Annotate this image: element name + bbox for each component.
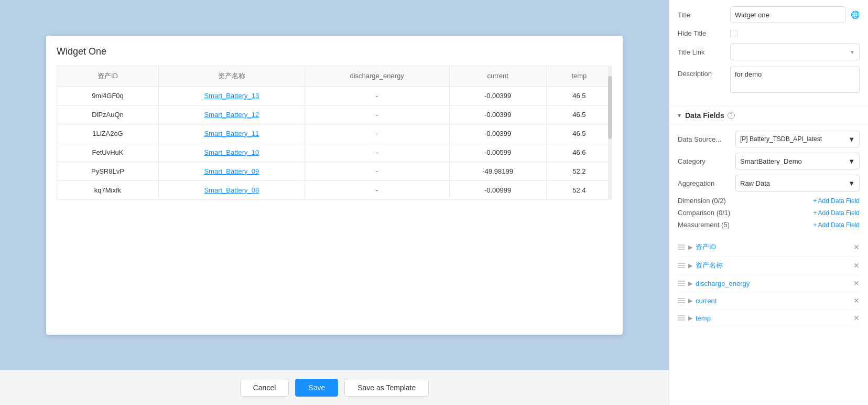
hide-title-row: Hide Title bbox=[678, 29, 860, 37]
cell-temp: 46.5 bbox=[546, 86, 612, 105]
cell-temp: 46.6 bbox=[546, 143, 612, 162]
description-textarea[interactable]: for demo bbox=[730, 67, 860, 93]
category-select[interactable]: SmartBattery_Demo ▼ bbox=[735, 153, 860, 169]
description-label: Description bbox=[678, 67, 730, 78]
measurement-items-list: ▶ 资产ID ✕ ▶ 资产名称 ✕ ▶ discharge_energy ✕ ▶… bbox=[669, 238, 868, 332]
chevron-down-icon: ▼ bbox=[848, 135, 855, 143]
cell-discharge: - bbox=[305, 180, 449, 199]
data-fields-header: ▾ Data Fields ? bbox=[669, 106, 868, 125]
measurement-row: Measurement (5) Add Data Field bbox=[678, 221, 860, 229]
data-source-select[interactable]: [P] Battery_TSDB_API_latest ▼ bbox=[735, 131, 860, 147]
cell-current: -0.00399 bbox=[449, 124, 546, 143]
aggregation-row: Aggregation Raw Data ▼ bbox=[678, 175, 860, 191]
drag-handle[interactable] bbox=[678, 244, 685, 250]
save-button[interactable]: Save bbox=[295, 379, 338, 397]
remove-field-button[interactable]: ✕ bbox=[853, 296, 860, 305]
add-comparison-link[interactable]: Add Data Field bbox=[813, 209, 860, 217]
main-area: Widget One 资产ID 资产名称 discharge_energy cu… bbox=[0, 0, 669, 405]
description-row: Description for demo bbox=[678, 67, 860, 93]
col-header-id: 资产ID bbox=[57, 66, 159, 86]
canvas-area: Widget One 资产ID 资产名称 discharge_energy cu… bbox=[0, 0, 669, 370]
scrollbar-thumb[interactable] bbox=[608, 76, 612, 139]
table-row: FetUvHuKSmart_Battery_10--0.0059946.6 bbox=[57, 143, 612, 162]
add-measurement-link[interactable]: Add Data Field bbox=[813, 221, 860, 229]
expand-arrow-icon[interactable]: ▶ bbox=[688, 315, 692, 322]
col-header-temp: temp bbox=[546, 66, 612, 86]
expand-arrow-icon[interactable]: ▶ bbox=[688, 297, 692, 304]
hide-title-checkbox[interactable] bbox=[730, 30, 737, 37]
cell-discharge: - bbox=[305, 124, 449, 143]
table-header: 资产ID 资产名称 discharge_energy current temp bbox=[57, 66, 612, 86]
cell-id: kq7Mixfk bbox=[57, 180, 159, 199]
widget-container: Widget One 资产ID 资产名称 discharge_energy cu… bbox=[46, 36, 623, 335]
dimension-row: Dimension (0/2) Add Data Field bbox=[678, 197, 860, 205]
cell-current: -0.00599 bbox=[449, 143, 546, 162]
remove-field-button[interactable]: ✕ bbox=[853, 261, 860, 270]
remove-field-button[interactable]: ✕ bbox=[853, 279, 860, 287]
table-row: DlPzAuQnSmart_Battery_12--0.0039946.5 bbox=[57, 105, 612, 124]
category-label: Category bbox=[678, 157, 735, 165]
cell-temp: 46.5 bbox=[546, 105, 612, 124]
title-link-select[interactable]: ▼ bbox=[730, 44, 860, 60]
measurement-field-name: current bbox=[696, 297, 850, 305]
title-input[interactable]: Widget one bbox=[730, 6, 845, 23]
col-header-name: 资产名称 bbox=[158, 66, 305, 86]
cell-current: -0.00999 bbox=[449, 180, 546, 199]
drag-handle[interactable] bbox=[678, 281, 685, 286]
data-fields-body: Data Source... [P] Battery_TSDB_API_late… bbox=[669, 125, 868, 238]
measurement-item: ▶ discharge_energy ✕ bbox=[678, 275, 860, 292]
table-body: 9mi4GF0qSmart_Battery_13--0.0039946.5DlP… bbox=[57, 86, 612, 199]
scrollbar-track[interactable] bbox=[608, 66, 612, 200]
cell-id: PySR8LvP bbox=[57, 162, 159, 180]
drag-handle[interactable] bbox=[678, 263, 685, 268]
save-as-template-button[interactable]: Save as Template bbox=[344, 379, 429, 397]
cell-temp: 52.2 bbox=[546, 162, 612, 180]
chevron-down-icon: ▼ bbox=[848, 157, 855, 165]
expand-arrow-icon[interactable]: ▶ bbox=[688, 280, 692, 287]
collapse-icon[interactable]: ▾ bbox=[678, 112, 681, 119]
bottom-bar: Cancel Save Save as Template bbox=[0, 370, 669, 405]
cell-current: -49.98199 bbox=[449, 162, 546, 180]
globe-icon: 🌐 bbox=[851, 10, 860, 19]
cell-name[interactable]: Smart_Battery_12 bbox=[158, 105, 305, 124]
aggregation-select[interactable]: Raw Data ▼ bbox=[735, 175, 860, 191]
measurement-field-name: 资产名称 bbox=[696, 261, 850, 270]
drag-handle[interactable] bbox=[678, 315, 685, 321]
table-row: kq7MixfkSmart_Battery_08--0.0099952.4 bbox=[57, 180, 612, 199]
remove-field-button[interactable]: ✕ bbox=[853, 243, 860, 251]
cell-name[interactable]: Smart_Battery_09 bbox=[158, 162, 305, 180]
title-link-label: Title Link bbox=[678, 48, 730, 56]
title-section: Title Widget one 🌐 Hide Title Title Link… bbox=[669, 0, 868, 106]
table-row: 9mi4GF0qSmart_Battery_13--0.0039946.5 bbox=[57, 86, 612, 105]
cell-discharge: - bbox=[305, 86, 449, 105]
widget-title: Widget One bbox=[57, 46, 612, 57]
cell-discharge: - bbox=[305, 143, 449, 162]
expand-arrow-icon[interactable]: ▶ bbox=[688, 244, 692, 251]
cancel-button[interactable]: Cancel bbox=[240, 379, 289, 397]
add-dimension-link[interactable]: Add Data Field bbox=[813, 197, 860, 205]
cell-name[interactable]: Smart_Battery_10 bbox=[158, 143, 305, 162]
right-panel: Title Widget one 🌐 Hide Title Title Link… bbox=[669, 0, 868, 405]
help-icon: ? bbox=[728, 112, 735, 119]
cell-name[interactable]: Smart_Battery_08 bbox=[158, 180, 305, 199]
data-source-label: Data Source... bbox=[678, 135, 735, 143]
drag-handle[interactable] bbox=[678, 298, 685, 303]
comparison-row: Comparison (0/1) Add Data Field bbox=[678, 209, 860, 217]
chevron-down-icon: ▼ bbox=[850, 49, 855, 55]
measurement-item: ▶ temp ✕ bbox=[678, 310, 860, 327]
table-row: 1LiZA2oGSmart_Battery_11--0.0039946.5 bbox=[57, 124, 612, 143]
expand-arrow-icon[interactable]: ▶ bbox=[688, 262, 692, 269]
cell-name[interactable]: Smart_Battery_13 bbox=[158, 86, 305, 105]
cell-discharge: - bbox=[305, 162, 449, 180]
measurement-field-name: 资产ID bbox=[696, 242, 850, 252]
cell-name[interactable]: Smart_Battery_11 bbox=[158, 124, 305, 143]
hide-title-label: Hide Title bbox=[678, 29, 730, 37]
remove-field-button[interactable]: ✕ bbox=[853, 314, 860, 322]
cell-id: DlPzAuQn bbox=[57, 105, 159, 124]
cell-id: 1LiZA2oG bbox=[57, 124, 159, 143]
cell-current: -0.00399 bbox=[449, 105, 546, 124]
col-header-current: current bbox=[449, 66, 546, 86]
chevron-down-icon: ▼ bbox=[848, 179, 855, 187]
measurement-field-name: temp bbox=[696, 314, 850, 322]
measurement-item: ▶ 资产ID ✕ bbox=[678, 238, 860, 257]
